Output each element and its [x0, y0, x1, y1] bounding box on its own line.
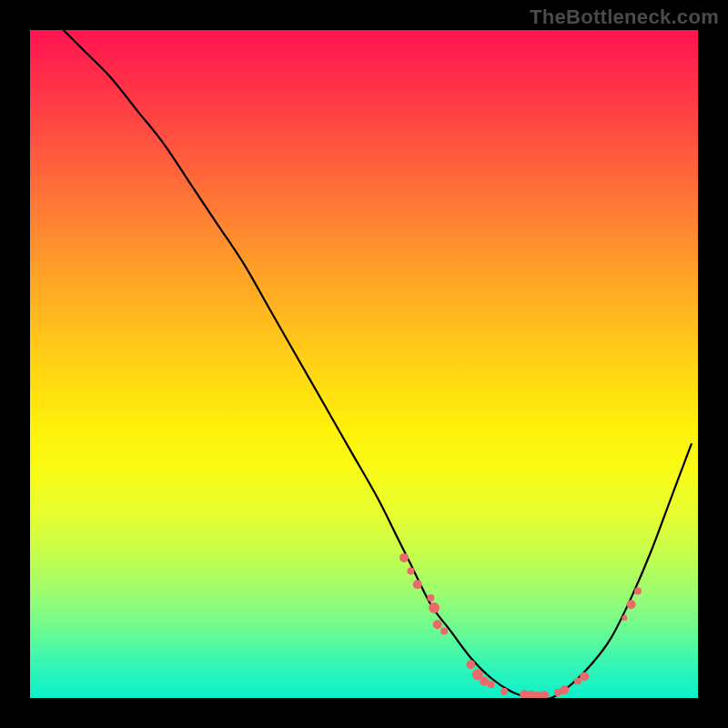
highlight-dot — [540, 691, 549, 698]
highlight-dot — [560, 685, 569, 694]
highlight-dot — [399, 553, 409, 562]
highlight-dot — [500, 688, 508, 695]
highlight-dots-group — [399, 553, 642, 698]
plot-area — [30, 30, 698, 698]
highlight-dot — [440, 628, 448, 635]
highlight-dot — [488, 681, 495, 688]
highlight-dot — [429, 602, 440, 613]
watermark-text: TheBottleneck.com — [530, 5, 719, 29]
bottleneck-curve — [64, 30, 692, 698]
highlight-dot — [407, 568, 414, 575]
highlight-dot — [466, 660, 475, 669]
highlight-dot — [427, 594, 434, 602]
highlight-dot — [574, 678, 581, 685]
highlight-dot — [433, 620, 442, 629]
highlight-dot — [627, 600, 636, 609]
highlight-dot — [634, 588, 642, 595]
plot-svg — [30, 30, 698, 698]
highlight-dot — [580, 672, 589, 682]
highlight-dot — [413, 580, 422, 589]
highlight-dot — [622, 615, 627, 621]
figure-frame: TheBottleneck.com — [0, 0, 728, 728]
